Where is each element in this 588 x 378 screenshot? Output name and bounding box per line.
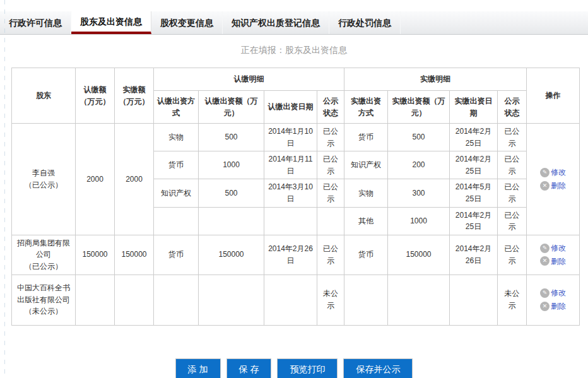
paid-status-cell: 已公示 [498,207,527,235]
shareholder-table: 股东 认缴额（万元） 实缴额（万元） 认缴明细 实缴明细 操作 认缴出资方式 认… [11,68,580,326]
add-button[interactable]: 添 加 [175,358,221,378]
shareholder-name-cell: 招商局集团有限公司 （已公示） [12,235,76,275]
paid-date-cell [450,275,498,325]
left-guide-line [4,0,5,378]
sub-method-cell: 货币 [154,235,199,275]
shareholder-name: 李自强 [15,167,72,179]
tab-equity-change[interactable]: 股权变更信息 [151,11,223,34]
sub-status-cell: 已公示 [317,124,344,151]
col-header-paid-amount: 实缴出资额（万元） [388,91,450,124]
delete-link[interactable]: 删除 [551,180,566,192]
table-row: 李自强 （已公示） 2000 2000 实物 500 2014年1月10日 已公… [12,124,580,151]
sub-amount-cell: 1000 [199,151,264,179]
paid-date-cell: 2014年2月25日 [450,207,498,235]
sub-status-cell: 已公示 [317,151,344,179]
sub-status-cell: 已公示 [317,235,344,275]
shareholder-publish-status: （已公示） [15,261,72,273]
sub-status-cell: 未公示 [317,275,344,325]
edit-link[interactable]: 修改 [551,167,566,179]
paid-status-cell: 已公示 [498,179,527,207]
shareholder-name-cell: 李自强 （已公示） [12,124,76,235]
delete-link[interactable]: 删除 [551,300,566,312]
paid-total-cell: 2000 [115,124,154,235]
print-preview-button[interactable]: 预览打印 [277,358,338,378]
shareholder-name-cell: 中国大百科全书出版社有限公司 （未公示） [12,275,76,325]
edit-link[interactable]: 修改 [551,287,566,299]
sub-amount-cell: 150000 [199,235,264,275]
paid-total-cell [115,275,154,325]
sub-amount-cell: 500 [199,124,264,151]
col-header-paid-total: 实缴额（万元） [115,68,154,124]
tab-bar: 行政许可信息 股东及出资信息 股权变更信息 知识产权出质登记信息 行政处罚信息 [0,11,588,35]
col-header-paid-method: 实缴出资方式 [344,91,388,124]
tab-administrative-license[interactable]: 行政许可信息 [0,11,71,34]
paid-amount-cell: 1000 [388,207,450,235]
edit-icon: ✎ [540,244,550,253]
delete-link[interactable]: 删除 [551,256,566,268]
subscribed-total-cell [76,275,115,325]
sub-date-cell [264,207,317,235]
subscribed-total-cell: 2000 [76,124,115,235]
paid-method-cell: 知识产权 [344,151,388,179]
tab-shareholder-contribution[interactable]: 股东及出资信息 [71,11,151,34]
paid-date-cell: 2014年2月25日 [450,151,498,179]
sub-status-cell: 已公示 [317,179,344,207]
sub-method-cell [154,207,199,235]
save-and-publish-button[interactable]: 保存并公示 [343,358,413,378]
paid-amount-cell [388,275,450,325]
operation-cell: ✎ 修改 ✕ 删除 [527,124,580,235]
paid-method-cell: 货币 [344,124,388,151]
sub-status-cell [317,207,344,235]
sub-date-cell: 2014年2月26日 [264,235,317,275]
edit-icon: ✎ [540,288,550,298]
paid-status-cell: 已公示 [498,151,527,179]
shareholder-publish-status: （已公示） [15,179,72,191]
operation-cell: ✎ 修改 ✕ 删除 [527,275,580,325]
delete-icon: ✕ [540,181,550,191]
paid-amount-cell: 300 [388,179,450,207]
table-row: 招商局集团有限公司 （已公示） 150000 150000 货币 150000 … [12,235,580,275]
paid-status-cell: 已公示 [498,235,527,275]
table-row: 中国大百科全书出版社有限公司 （未公示） 未公示 未公示 ✎ 修改 ✕ 删除 [12,275,580,325]
sub-date-cell: 2014年1月10日 [264,124,317,151]
sub-amount-cell [199,207,264,235]
shareholder-publish-status: （未公示） [15,305,72,317]
sub-method-cell: 货币 [154,151,199,179]
sub-date-cell: 2014年1月11日 [264,151,317,179]
delete-icon: ✕ [540,302,550,311]
sub-method-cell [154,275,199,325]
operation-cell: ✎ 修改 ✕ 删除 [527,235,580,275]
paid-status-cell: 未公示 [498,275,527,325]
col-header-operation: 操作 [527,68,580,124]
paid-amount-cell: 150000 [388,235,450,275]
shareholder-name: 招商局集团有限公司 [15,237,72,261]
paid-date-cell: 2014年2月26日 [450,235,498,275]
subscribed-total-cell: 150000 [76,235,115,275]
paid-method-cell: 其他 [344,207,388,235]
col-header-paid-date: 实缴出资日期 [450,91,498,124]
paid-date-cell: 2014年5月25日 [450,179,498,207]
paid-date-cell: 2014年2月25日 [450,124,498,151]
paid-amount-cell: 500 [388,124,450,151]
sub-amount-cell: 500 [199,179,264,207]
shareholder-name: 中国大百科全书出版社有限公司 [15,282,72,305]
sub-date-cell [264,275,317,325]
sub-date-cell: 2014年3月10日 [264,179,317,207]
col-header-sub-method: 认缴出资方式 [154,91,199,124]
edit-link[interactable]: 修改 [551,242,566,254]
delete-icon: ✕ [540,256,550,266]
col-header-sub-amount: 认缴出资额（万元） [199,91,264,124]
col-header-sub-date: 认缴出资日期 [264,91,317,124]
paid-method-cell [344,275,388,325]
sub-amount-cell [199,275,264,325]
paid-method-cell: 实物 [344,179,388,207]
paid-total-cell: 150000 [115,235,154,275]
paid-amount-cell: 200 [388,151,450,179]
save-button[interactable]: 保 存 [226,358,272,378]
tab-ip-pledge-registration[interactable]: 知识产权出质登记信息 [223,11,329,34]
tab-administrative-penalty[interactable]: 行政处罚信息 [329,11,401,34]
col-header-shareholder: 股东 [12,68,76,124]
col-header-subscribed-total: 认缴额（万元） [76,68,115,124]
group-header-paid-detail: 实缴明细 [344,68,527,91]
action-button-row: 添 加 保 存 预览打印 保存并公示 [0,358,588,378]
